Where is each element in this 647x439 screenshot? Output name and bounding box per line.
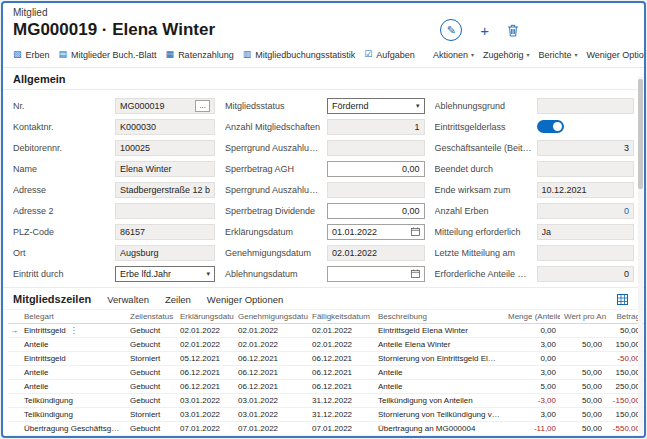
cell-menge-anteile[interactable]: -11,00 (504, 422, 560, 436)
eintrittsgelderlass-toggle[interactable] (537, 120, 564, 133)
cell-zeilenstatus[interactable]: Gebucht (126, 380, 176, 394)
cell-belegart[interactable]: Anteile (20, 338, 126, 352)
cell-beschreibung[interactable]: Stornierung von Eintrittsgeld Elena Wint… (374, 352, 504, 366)
cell-menge-anteile[interactable]: 5,00 (504, 380, 560, 394)
cell-zeilenstatus[interactable]: Gebucht (126, 338, 176, 352)
cell-beschreibung[interactable]: Übertragung an MG000004 (374, 422, 504, 436)
field-eintritt-durch[interactable]: Erbe lfd.Jahr▾ (115, 266, 215, 282)
table-row[interactable]: EintrittsgeldStorniert05.12.202106.12.20… (8, 352, 644, 366)
assist-edit-button[interactable]: ... (195, 100, 210, 112)
lines-menu-verwalten[interactable]: Verwalten (107, 294, 149, 305)
field-mitgliedsstatus[interactable]: Fördernd▾ (327, 98, 424, 114)
cell-beschreibung[interactable]: Stornierung von Übertragung an MG000004 (374, 436, 504, 439)
field-sperrbetrag-agh[interactable]: 0,00 (327, 161, 424, 177)
cell-wert-pro-anteil[interactable]: 50,00 (560, 436, 606, 439)
cell-belegart[interactable]: Teilkündigung (20, 408, 126, 422)
calendar-icon[interactable] (411, 269, 420, 278)
cell-falligkeitsdatum[interactable]: 06.12.2021 (308, 352, 374, 366)
action-mitgliedbuchungsstatistik[interactable]: ▥Mitgliedbuchungsstatistik (243, 50, 356, 60)
cell-beschreibung[interactable]: Stornierung von Teilkündigung von Anteil… (374, 408, 504, 422)
cell-zeilenstatus[interactable]: Gebucht (126, 324, 176, 338)
field-erklarungsdatum[interactable]: 01.01.2022 (327, 224, 424, 240)
cell-falligkeitsdatum[interactable]: 06.12.2021 (308, 366, 374, 380)
cell-falligkeitsdatum[interactable]: 31.12.2022 (308, 394, 374, 408)
cell-erklarungsdatum[interactable]: 03.01.2022 (176, 394, 234, 408)
cell-menge-anteile[interactable]: 0,00 (504, 352, 560, 366)
cell-genehmigungsdatum[interactable]: 02.01.2022 (234, 324, 308, 338)
cell-falligkeitsdatum[interactable]: 07.01.2022 (308, 436, 374, 439)
table-row[interactable]: AnteileGebucht06.12.202106.12.202106.12.… (8, 380, 644, 394)
cell-belegart[interactable]: Übertragung Geschäftsguthaben (20, 436, 126, 439)
cell-erklarungsdatum[interactable]: 07.01.2022 (176, 422, 234, 436)
table-row[interactable]: TeilkündigungStorniert03.01.202203.01.20… (8, 408, 644, 422)
cell-wert-pro-anteil[interactable] (560, 324, 606, 338)
open-in-excel-icon[interactable] (617, 294, 628, 305)
edit-icon[interactable]: ✎ (440, 19, 462, 41)
lines-menu-weniger-optionen[interactable]: Weniger Optionen (207, 294, 283, 305)
menu-aktionen[interactable]: Aktionen▾ (433, 50, 474, 60)
cell-genehmigungsdatum[interactable]: 06.12.2021 (234, 366, 308, 380)
cell-belegart[interactable]: Übertragung Geschäftsguthaben (20, 422, 126, 436)
action-ratenzahlung[interactable]: ▦Ratenzahlung (166, 50, 234, 60)
cell-zeilenstatus[interactable]: Gebucht (126, 422, 176, 436)
cell-falligkeitsdatum[interactable]: 02.01.2022 (308, 324, 374, 338)
action-mitglieder-buch-blatt[interactable]: ▤Mitglieder Buch.-Blatt (59, 50, 157, 60)
column-header-falligkeitsdatum[interactable]: Fälligkeitsdatum (308, 310, 374, 324)
column-header-beschreibung[interactable]: Beschreibung (374, 310, 504, 324)
cell-menge-anteile[interactable]: -3,00 (504, 394, 560, 408)
cell-beschreibung[interactable]: Eintrittsgeld Elena Winter (374, 324, 504, 338)
field-sperrbetrag-dividende[interactable]: 0,00 (327, 203, 424, 219)
cell-belegart[interactable]: Eintrittsgeld (20, 352, 126, 366)
cell-zeilenstatus[interactable]: Storniert (126, 408, 176, 422)
cell-erklarungsdatum[interactable]: 02.01.2022 (176, 338, 234, 352)
cell-menge-anteile[interactable]: 3,00 (504, 408, 560, 422)
cell-belegart[interactable]: Anteile (20, 380, 126, 394)
cell-wert-pro-anteil[interactable]: 50,00 (560, 394, 606, 408)
cell-erklarungsdatum[interactable]: 05.12.2021 (176, 352, 234, 366)
cell-beschreibung[interactable]: Anteile (374, 366, 504, 380)
cell-beschreibung[interactable]: Anteile Elena Winter (374, 338, 504, 352)
cell-wert-pro-anteil[interactable]: 50,00 (560, 408, 606, 422)
menu-weniger-optionen[interactable]: Weniger Optionen (587, 50, 646, 60)
cell-genehmigungsdatum[interactable]: 03.01.2022 (234, 394, 308, 408)
cell-genehmigungsdatum[interactable]: 06.12.2021 (234, 380, 308, 394)
cell-falligkeitsdatum[interactable]: 02.01.2022 (308, 338, 374, 352)
cell-zeilenstatus[interactable]: Storniert (126, 436, 176, 439)
table-row[interactable]: Übertragung GeschäftsguthabenGebucht07.0… (8, 422, 644, 436)
scrollbar-thumb[interactable] (638, 79, 643, 189)
cell-erklarungsdatum[interactable]: 06.12.2021 (176, 380, 234, 394)
row-options-icon[interactable]: ⋮ (70, 326, 78, 335)
cell-erklarungsdatum[interactable]: 03.01.2022 (176, 408, 234, 422)
cell-betrag[interactable]: 550,00 (606, 436, 644, 439)
cell-falligkeitsdatum[interactable]: 31.12.2022 (308, 408, 374, 422)
column-header-zeilenstatus[interactable]: Zeilenstatus (126, 310, 176, 324)
table-row[interactable]: AnteileGebucht02.01.202202.01.202202.01.… (8, 338, 644, 352)
cell-wert-pro-anteil[interactable]: 50,00 (560, 422, 606, 436)
column-header-erklarungsdatum[interactable]: Erklärungsdatum (176, 310, 234, 324)
cell-genehmigungsdatum[interactable]: 07.01.2022 (234, 422, 308, 436)
cell-wert-pro-anteil[interactable]: 50,00 (560, 366, 606, 380)
cell-belegart[interactable]: Anteile (20, 366, 126, 380)
cell-genehmigungsdatum[interactable]: 10.12.2021 (234, 436, 308, 439)
cell-erklarungsdatum[interactable]: 06.12.2021 (176, 366, 234, 380)
cell-genehmigungsdatum[interactable]: 06.12.2021 (234, 352, 308, 366)
table-row[interactable]: Übertragung GeschäftsguthabenStorniert10… (8, 436, 644, 439)
cell-belegart[interactable]: Eintrittsgeld⋮ (20, 324, 126, 338)
cell-menge-anteile[interactable]: 11,00 (504, 436, 560, 439)
cell-zeilenstatus[interactable]: Gebucht (126, 394, 176, 408)
field-ablehnungsdatum[interactable] (327, 266, 424, 282)
cell-zeilenstatus[interactable]: Gebucht (126, 366, 176, 380)
action-erben[interactable]: ▧Erben (13, 50, 50, 60)
add-icon[interactable]: + (480, 23, 489, 38)
delete-icon[interactable] (507, 24, 519, 37)
cell-beschreibung[interactable]: Anteile (374, 380, 504, 394)
menu-zugehorig[interactable]: Zugehörig▾ (483, 50, 530, 60)
calendar-icon[interactable] (411, 227, 420, 236)
cell-belegart[interactable]: Teilkündigung (20, 394, 126, 408)
action-aufgaben[interactable]: ☑Aufgaben (364, 50, 415, 60)
table-row[interactable]: →Eintrittsgeld⋮Gebucht02.01.202202.01.20… (8, 324, 644, 338)
cell-menge-anteile[interactable]: 3,00 (504, 366, 560, 380)
cell-beschreibung[interactable]: Teilkündigung von Anteilen (374, 394, 504, 408)
cell-erklarungsdatum[interactable]: 10.12.2021 (176, 436, 234, 439)
column-header-wert-pro-anteil[interactable]: Wert pro Anteil (560, 310, 606, 324)
